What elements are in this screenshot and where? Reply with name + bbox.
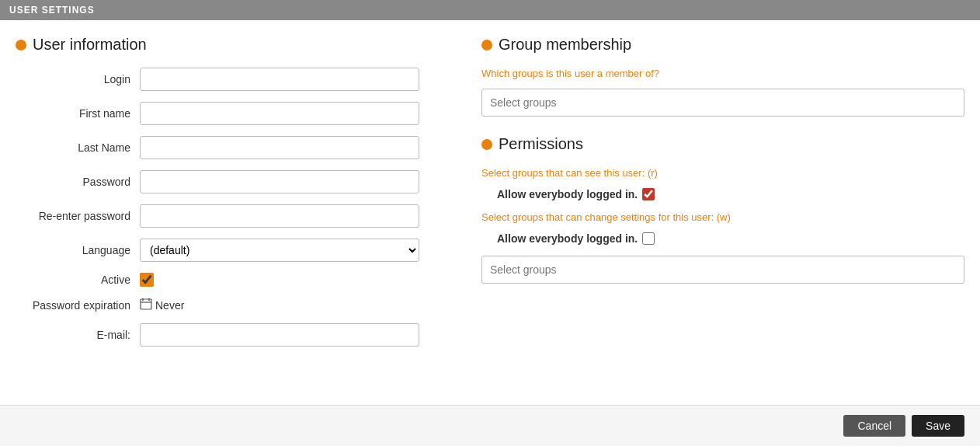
login-row: Login [16,68,450,91]
footer: Cancel Save [0,405,980,446]
user-info-title: User information [33,36,147,54]
never-text: Never [155,299,184,312]
password-expiration-label: Password expiration [16,299,140,312]
password-label: Password [16,176,140,188]
permissions-heading: Permissions [499,135,583,153]
group-membership-section: Group membership Which groups is this us… [481,36,964,132]
language-label: Language [16,244,140,256]
group-membership-heading: Group membership [499,36,631,54]
email-input[interactable] [140,323,419,347]
reenter-password-row: Re-enter password [16,204,450,228]
calendar-icon [140,298,152,312]
firstname-label: First name [16,107,140,120]
language-row: Language (default) English French German… [16,239,450,262]
password-row: Password [16,170,450,193]
permissions-title: Permissions [481,135,964,153]
allow-read-label: Allow everybody logged in. [497,188,638,200]
language-select[interactable]: (default) English French German Spanish [140,239,419,262]
allow-write-row: Allow everybody logged in. [497,232,964,245]
user-info-dot [16,40,26,51]
save-button[interactable]: Save [912,415,964,437]
lastname-input[interactable] [140,136,419,159]
password-input[interactable] [140,170,419,193]
allow-write-checkbox[interactable] [642,232,655,245]
group-membership-info: Which groups is this user a member of? [481,68,964,79]
read-info-text: Select groups that can see this user: (r… [481,167,964,179]
user-info-section-title: User information [16,36,450,54]
password-expiration-row: Password expiration Never [16,298,450,312]
cancel-button[interactable]: Cancel [843,415,905,437]
group-membership-title: Group membership [481,36,964,54]
email-label: E-mail: [16,329,140,341]
reenter-password-input[interactable] [140,204,419,228]
reenter-password-label: Re-enter password [16,210,140,222]
password-expiration-value: Never [140,298,184,312]
active-label: Active [16,274,140,286]
group-membership-select-input[interactable] [481,89,964,117]
firstname-input[interactable] [140,102,419,125]
group-membership-dot [481,40,492,51]
allow-read-checkbox[interactable] [642,188,655,200]
permissions-section: Permissions Select groups that can see t… [481,135,964,299]
firstname-row: First name [16,102,450,125]
right-panel: Group membership Which groups is this us… [481,36,964,397]
write-info-text: Select groups that can change settings f… [481,211,964,223]
page-header: USER SETTINGS [0,0,980,20]
active-checkbox-wrapper [140,273,154,287]
permissions-select-input[interactable] [481,256,964,284]
allow-read-row: Allow everybody logged in. [497,188,964,200]
login-label: Login [16,73,140,85]
login-input[interactable] [140,68,419,91]
left-panel: User information Login First name Last N… [16,36,450,397]
page-wrapper: USER SETTINGS User information Login Fir… [0,0,980,446]
allow-write-label: Allow everybody logged in. [497,232,638,245]
lastname-row: Last Name [16,136,450,159]
active-row: Active [16,273,450,287]
calendar-svg [140,298,152,310]
header-title: USER SETTINGS [9,5,95,16]
active-checkbox[interactable] [140,273,154,287]
svg-rect-0 [141,299,151,309]
lastname-label: Last Name [16,141,140,154]
content-area: User information Login First name Last N… [0,20,980,405]
permissions-dot [481,139,492,150]
email-row: E-mail: [16,323,450,347]
